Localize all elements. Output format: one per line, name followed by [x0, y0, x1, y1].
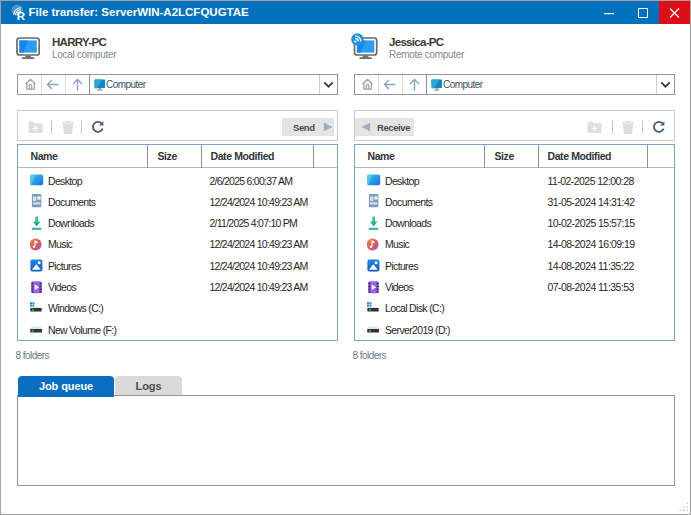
svg-text:R: R	[17, 10, 26, 22]
